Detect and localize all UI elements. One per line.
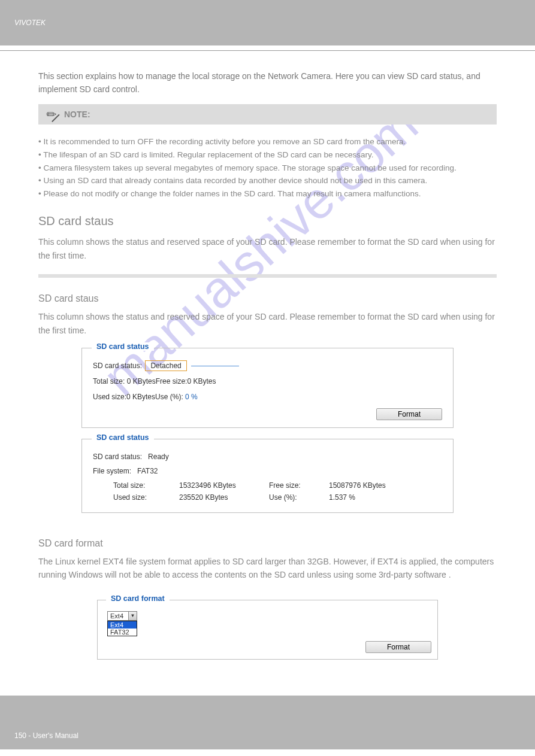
total-value: 15323496 KBytes	[179, 481, 269, 490]
select-current: Ext4	[110, 612, 123, 620]
fs-row: File system: FAT32	[93, 467, 442, 475]
filesystem-select-wrap: Ext4 ▼ Ext4 FAT32	[107, 611, 137, 636]
total-free-row: Total size: 0 KBytesFree size:0 KBytes	[93, 377, 442, 385]
footer-band: 150 - User's Manual	[0, 696, 535, 749]
pencil-icon: ✎	[43, 106, 61, 123]
note-bar: ✎ NOTE:	[38, 104, 497, 125]
stats-row-2: Used size: 235520 KBytes Use (%): 1.537 …	[113, 493, 442, 502]
format-button[interactable]: Format	[376, 408, 442, 420]
subheading-status-desc: This column shows the status and reserve…	[38, 310, 497, 337]
section-title: SD card staus	[38, 214, 497, 228]
note-line: • The lifespan of an SD card is limited.…	[38, 148, 497, 162]
sd-status-panel-detached: SD card status SD card status: Detached …	[81, 348, 454, 428]
note-text: • It is recommended to turn OFF the reco…	[38, 135, 497, 200]
header-left: VIVOTEK	[14, 19, 46, 27]
free-value: 15087976 KBytes	[329, 481, 401, 490]
stats-row-1: Total size: 15323496 KBytes Free size: 1…	[113, 481, 442, 490]
format-button[interactable]: Format	[365, 641, 431, 653]
panel-legend: SD card format	[106, 594, 170, 603]
status-value-box: Detached	[145, 360, 186, 371]
status-row: SD card status: Ready	[93, 453, 442, 461]
sd-status-panel-ready: SD card status SD card status: Ready Fil…	[81, 439, 454, 513]
status-underline	[191, 366, 239, 366]
subheading-format: SD card format	[38, 538, 497, 549]
free-label: Free size:	[269, 481, 329, 490]
note-line: • Please do not modify or change the fol…	[38, 187, 497, 201]
note-line: • Using an SD card that already contains…	[38, 174, 497, 187]
page-content: This section explains how to manage the …	[0, 51, 535, 660]
divider-mid	[38, 274, 497, 278]
status-value: Ready	[148, 453, 169, 461]
intro-paragraph: This section explains how to manage the …	[38, 70, 497, 96]
filesystem-options: Ext4 FAT32	[107, 621, 137, 636]
used-value: 0 %	[185, 393, 198, 401]
footer-left: 150 - User's Manual	[14, 731, 78, 740]
used-row: Used size:0 KBytesUse (%): 0 %	[93, 393, 442, 401]
filesystem-option-fat32[interactable]: FAT32	[108, 629, 137, 636]
header-band: VIVOTEK	[0, 0, 535, 45]
status-row: SD card status: Detached	[93, 362, 442, 370]
fs-label: File system:	[93, 467, 131, 475]
status-label: SD card status:	[93, 453, 142, 461]
fs-value: FAT32	[137, 467, 158, 475]
pct-label: Use (%):	[269, 493, 329, 502]
subheading-status: SD card staus	[38, 293, 497, 304]
section-desc: This column shows the status and reserve…	[38, 235, 497, 262]
filesystem-option-ext4[interactable]: Ext4	[108, 621, 137, 629]
status-label: SD card status:	[93, 362, 142, 370]
panel-legend: SD card status	[92, 433, 154, 442]
panel-legend: SD card status	[92, 342, 154, 351]
pct-value: 1.537 %	[329, 493, 401, 502]
note-line: • Camera filesystem takes up several meg…	[38, 162, 497, 175]
note-line: • It is recommended to turn OFF the reco…	[38, 135, 497, 148]
total-label: Total size:	[113, 481, 179, 490]
chevron-down-icon: ▼	[128, 612, 137, 620]
note-label: NOTE:	[64, 110, 90, 119]
used-label: Used size:0 KBytesUse (%):	[93, 393, 185, 401]
sd-format-panel: SD card format Ext4 ▼ Ext4 FAT32 Format	[97, 600, 438, 660]
subheading-format-desc: The Linux kernel EXT4 file system format…	[38, 555, 497, 582]
used-value: 235520 KBytes	[179, 493, 269, 502]
used-label: Used size:	[113, 493, 179, 502]
filesystem-select[interactable]: Ext4 ▼	[107, 611, 137, 621]
